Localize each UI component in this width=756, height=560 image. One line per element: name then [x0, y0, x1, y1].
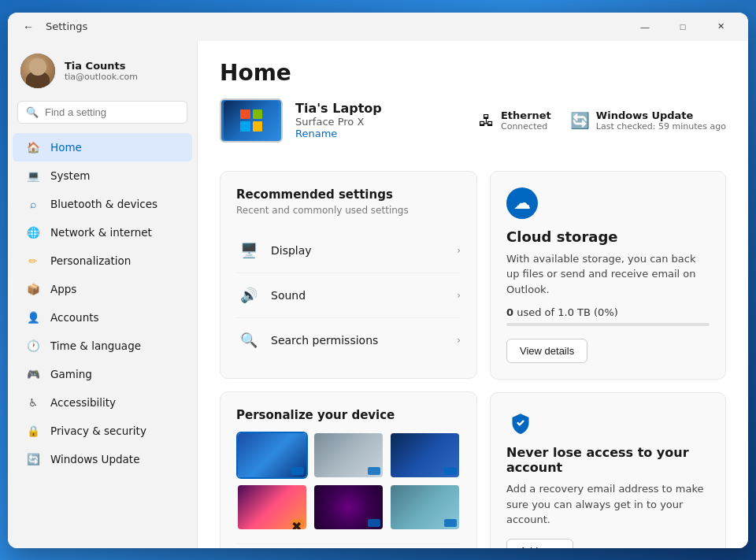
main-content: Home Ti — [197, 41, 748, 548]
sidebar-label-apps: Apps — [50, 283, 76, 295]
minimize-button[interactable]: — — [627, 14, 663, 39]
display-icon: 🖥️ — [236, 238, 261, 263]
close-button[interactable]: ✕ — [702, 14, 739, 39]
wallpaper-thumb-2[interactable] — [313, 432, 384, 479]
sidebar-label-time: Time & language — [50, 339, 141, 352]
sidebar-label-personalization: Personalization — [50, 254, 131, 267]
recommended-title: Recommended settings — [236, 187, 461, 202]
cloud-storage-desc: With available storage, you can back up … — [506, 251, 710, 298]
apps-icon: 📦 — [25, 281, 41, 297]
sidebar-item-time[interactable]: 🕐 Time & language — [13, 332, 192, 360]
sidebar-item-accounts[interactable]: 👤 Accounts — [13, 303, 192, 332]
color-mode-row: 🎨 Color mode Light ▾ — [236, 543, 461, 548]
sidebar-label-accounts: Accounts — [50, 311, 99, 324]
ethernet-text: Ethernet Connected — [501, 109, 551, 132]
wallpaper-thumb-5[interactable] — [313, 484, 384, 531]
personalize-card: Personalize your device — [220, 391, 477, 548]
sidebar: Tia Counts tia@outlook.com 🔍 🏠 Home 💻 Sy… — [8, 41, 197, 548]
maximize-button[interactable]: □ — [665, 14, 701, 39]
window-controls: — □ ✕ — [627, 14, 739, 39]
sound-label: Sound — [271, 289, 457, 302]
wallpaper-thumb-6[interactable] — [389, 484, 461, 531]
sidebar-label-accessibility: Accessibility — [50, 396, 116, 409]
sidebar-item-apps[interactable]: 📦 Apps — [13, 275, 192, 303]
usage-zero: 0 — [506, 306, 513, 318]
privacy-icon: 🔒 — [25, 423, 41, 439]
wallpaper-section: ✖ — [236, 432, 461, 531]
search-permissions-chevron-icon: › — [457, 335, 461, 346]
sidebar-item-home[interactable]: 🏠 Home — [13, 133, 192, 161]
security-shield-icon — [506, 409, 535, 437]
device-row: Tia's Laptop Surface Pro X Rename 🖧 Ethe… — [220, 98, 726, 155]
wallpaper-thumb-1[interactable] — [236, 432, 308, 479]
view-details-button[interactable]: View details — [506, 339, 587, 363]
rename-link[interactable]: Rename — [295, 128, 382, 139]
cloud-usage-text: 0 used of 1.0 TB (0%) — [506, 306, 710, 318]
sidebar-item-privacy[interactable]: 🔒 Privacy & security — [13, 417, 192, 445]
personalize-title: Personalize your device — [236, 408, 461, 422]
usage-bar-wrap — [506, 323, 710, 326]
settings-window: ← Settings — □ ✕ Tia Counts tia@outlook.… — [8, 13, 748, 548]
search-permissions-setting[interactable]: 🔍 Search permissions › — [236, 318, 461, 362]
network-icon: 🌐 — [25, 224, 41, 240]
sidebar-label-gaming: Gaming — [50, 368, 92, 380]
sidebar-item-bluetooth[interactable]: ⌕ Bluetooth & devices — [13, 190, 192, 218]
home-icon: 🏠 — [25, 139, 41, 155]
sidebar-item-personalization[interactable]: ✏️ Personalization — [13, 247, 192, 275]
windows-update-label: Windows Update — [596, 109, 726, 121]
sidebar-label-privacy: Privacy & security — [50, 425, 146, 437]
account-security-card: Never lose access to your account Add a … — [490, 392, 726, 548]
page-title: Home — [220, 60, 726, 86]
sidebar-item-gaming[interactable]: 🎮 Gaming — [13, 360, 192, 388]
window-title: Settings — [46, 20, 621, 32]
add-now-button[interactable]: Add now — [506, 539, 573, 548]
wallpaper-thumb-4[interactable]: ✖ — [236, 484, 308, 531]
device-image — [220, 98, 283, 143]
user-name: Tia Counts — [65, 60, 138, 72]
two-column-layout: Recommended settings Recent and commonly… — [220, 171, 726, 548]
sidebar-item-accessibility[interactable]: ♿ Accessibility — [13, 388, 192, 417]
ethernet-status: 🖧 Ethernet Connected — [479, 109, 551, 132]
ethernet-label: Ethernet — [501, 109, 551, 121]
search-permissions-label: Search permissions — [271, 334, 457, 347]
cloud-icon: ☁ — [506, 187, 538, 219]
recommended-subtitle: Recent and commonly used settings — [236, 205, 461, 216]
windows-update-icon: 🔄 — [570, 111, 590, 130]
time-icon: 🕐 — [25, 338, 41, 354]
system-icon: 💻 — [25, 168, 41, 184]
accessibility-icon: ♿ — [25, 395, 41, 410]
avatar — [20, 54, 55, 88]
left-column: Recommended settings Recent and commonly… — [220, 171, 477, 548]
back-button[interactable]: ← — [17, 16, 39, 38]
personalization-icon: ✏️ — [25, 253, 41, 269]
sound-setting[interactable]: 🔊 Sound › — [236, 273, 461, 318]
ethernet-sub: Connected — [501, 121, 551, 132]
wallpaper-thumb-3[interactable] — [389, 432, 461, 479]
search-box[interactable]: 🔍 — [17, 101, 187, 124]
user-email: tia@outlook.com — [65, 72, 138, 82]
accounts-icon: 👤 — [25, 310, 41, 325]
device-info: Tia's Laptop Surface Pro X Rename — [295, 101, 382, 139]
search-permissions-icon: 🔍 — [236, 328, 261, 353]
search-input[interactable] — [45, 106, 179, 118]
display-label: Display — [271, 244, 457, 257]
sidebar-label-home: Home — [50, 141, 82, 154]
user-info: Tia Counts tia@outlook.com — [65, 60, 138, 82]
bluetooth-icon: ⌕ — [25, 196, 41, 212]
account-security-title: Never lose access to your account — [506, 445, 710, 475]
cloud-storage-card: ☁ Cloud storage With available storage, … — [490, 171, 726, 380]
device-card: Tia's Laptop Surface Pro X Rename — [220, 98, 463, 143]
sidebar-item-system[interactable]: 💻 System — [13, 161, 192, 190]
sound-icon: 🔊 — [236, 283, 261, 308]
sidebar-item-network[interactable]: 🌐 Network & internet — [13, 218, 192, 247]
display-setting[interactable]: 🖥️ Display › — [236, 228, 461, 273]
windows-update-sub: Last checked: 59 minutes ago — [596, 121, 726, 132]
usage-detail: used of 1.0 TB (0%) — [517, 306, 618, 318]
app-body: Tia Counts tia@outlook.com 🔍 🏠 Home 💻 Sy… — [8, 41, 748, 548]
gaming-icon: 🎮 — [25, 366, 41, 382]
sidebar-item-update[interactable]: 🔄 Windows Update — [13, 445, 192, 473]
windows-update-text: Windows Update Last checked: 59 minutes … — [596, 109, 726, 132]
right-column: ☁ Cloud storage With available storage, … — [490, 171, 726, 548]
recommended-settings-card: Recommended settings Recent and commonly… — [220, 171, 477, 379]
sidebar-label-bluetooth: Bluetooth & devices — [50, 198, 158, 210]
